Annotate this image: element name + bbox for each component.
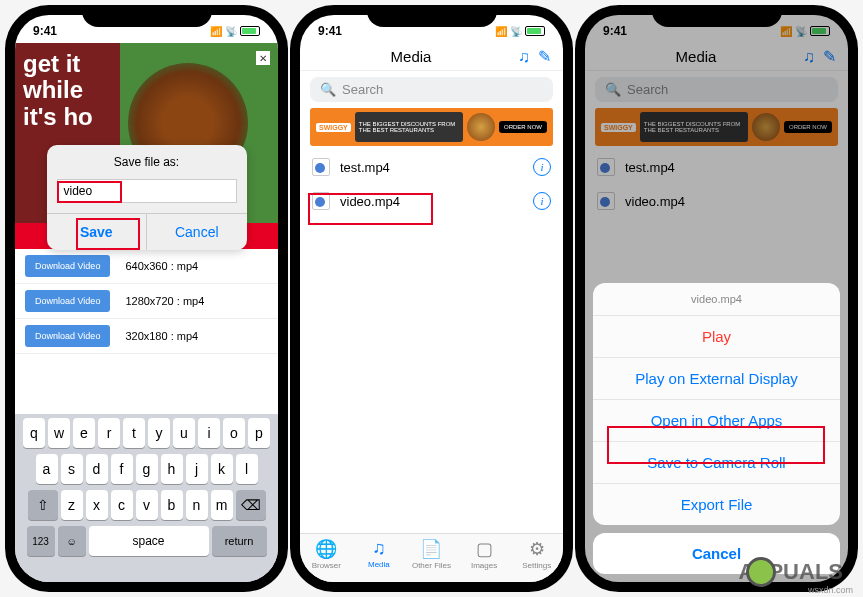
keyboard[interactable]: q w e r t y u i o p a s d f g h j k l [15, 414, 278, 582]
key-u[interactable]: u [173, 418, 195, 448]
status-time: 9:41 [318, 24, 342, 38]
tab-images[interactable]: ▢ Images [458, 538, 511, 570]
images-icon: ▢ [458, 538, 511, 560]
play-button[interactable]: Play [593, 316, 840, 358]
ad-banner-small[interactable]: SWIGGY THE BIGGEST DISCOUNTS FROM THE BE… [310, 108, 553, 146]
compose-icon[interactable]: ✎ [823, 47, 836, 66]
key-c[interactable]: c [111, 490, 133, 520]
key-a[interactable]: a [36, 454, 58, 484]
ad-text-line1: get it [23, 51, 270, 77]
now-playing-icon[interactable]: ♫ [803, 48, 815, 66]
key-g[interactable]: g [136, 454, 158, 484]
tab-media[interactable]: ♫ Media [353, 538, 406, 570]
key-t[interactable]: t [123, 418, 145, 448]
order-now-button[interactable]: ORDER NOW [784, 121, 832, 133]
info-icon[interactable]: i [533, 192, 551, 210]
key-d[interactable]: d [86, 454, 108, 484]
key-y[interactable]: y [148, 418, 170, 448]
download-video-button[interactable]: Download Video [25, 290, 110, 312]
key-v[interactable]: v [136, 490, 158, 520]
tab-bar: 🌐 Browser ♫ Media 📄 Other Files ▢ Images… [300, 533, 563, 582]
globe-icon: 🌐 [300, 538, 353, 560]
key-z[interactable]: z [61, 490, 83, 520]
key-f[interactable]: f [111, 454, 133, 484]
tab-other-files[interactable]: 📄 Other Files [405, 538, 458, 570]
key-123[interactable]: 123 [27, 526, 55, 556]
export-file-button[interactable]: Export File [593, 484, 840, 525]
highlight-filename [57, 181, 122, 203]
page-title: Media [312, 48, 510, 65]
key-o[interactable]: o [223, 418, 245, 448]
download-row: Download Video 640x360 : mp4 [15, 249, 278, 284]
highlight-video-file [308, 193, 433, 225]
key-j[interactable]: j [186, 454, 208, 484]
download-video-button[interactable]: Download Video [25, 325, 110, 347]
pizza-icon [467, 113, 495, 141]
phone-screenshot-2: 9:41 📶 📡 Media ♫ ✎ 🔍 Search SWIGGY THE B… [290, 5, 573, 592]
resolution-label: 640x360 : mp4 [125, 260, 198, 272]
pizza-icon [752, 113, 780, 141]
key-n[interactable]: n [186, 490, 208, 520]
search-icon: 🔍 [605, 82, 621, 97]
key-k[interactable]: k [211, 454, 233, 484]
key-p[interactable]: p [248, 418, 270, 448]
search-placeholder: Search [627, 82, 668, 97]
now-playing-icon[interactable]: ♫ [518, 48, 530, 66]
key-shift[interactable]: ⇧ [28, 490, 58, 520]
highlight-save [76, 218, 140, 250]
compose-icon[interactable]: ✎ [538, 47, 551, 66]
ad-banner-small[interactable]: SWIGGY THE BIGGEST DISCOUNTS FROM THE BE… [595, 108, 838, 146]
battery-icon [810, 26, 830, 36]
key-return[interactable]: return [212, 526, 267, 556]
cancel-button[interactable]: Cancel [147, 214, 247, 250]
key-emoji[interactable]: ☺ [58, 526, 86, 556]
sheet-title: video.mp4 [593, 283, 840, 316]
close-ad-icon[interactable]: ✕ [256, 51, 270, 65]
tab-settings[interactable]: ⚙ Settings [510, 538, 563, 570]
key-i[interactable]: i [198, 418, 220, 448]
key-h[interactable]: h [161, 454, 183, 484]
key-s[interactable]: s [61, 454, 83, 484]
signal-icon: 📶 [210, 26, 222, 37]
file-name: video.mp4 [625, 194, 685, 209]
file-list: test.mp4 video.mp4 [585, 150, 848, 218]
key-q[interactable]: q [23, 418, 45, 448]
phone-screenshot-1: 9:41 📶 📡 get it while it's ho ✕ GET ADDI… [5, 5, 288, 592]
key-m[interactable]: m [211, 490, 233, 520]
key-l[interactable]: l [236, 454, 258, 484]
signal-icon: 📶 [495, 26, 507, 37]
tab-browser[interactable]: 🌐 Browser [300, 538, 353, 570]
resolution-label: 320x180 : mp4 [125, 330, 198, 342]
search-input[interactable]: 🔍 Search [310, 77, 553, 102]
key-w[interactable]: w [48, 418, 70, 448]
ad-swiggy-label: SWIGGY [316, 123, 351, 132]
key-space[interactable]: space [89, 526, 209, 556]
search-input[interactable]: 🔍 Search [595, 77, 838, 102]
wifi-icon: 📡 [225, 26, 237, 37]
external-display-button[interactable]: Play on External Display [593, 358, 840, 400]
info-icon[interactable]: i [533, 158, 551, 176]
file-row-video[interactable]: video.mp4 [585, 184, 848, 218]
key-delete[interactable]: ⌫ [236, 490, 266, 520]
dialog-title: Save file as: [47, 145, 247, 179]
file-name: test.mp4 [340, 160, 390, 175]
ad-text: THE BIGGEST DISCOUNTS FROM THE BEST REST… [355, 112, 463, 142]
download-video-button[interactable]: Download Video [25, 255, 110, 277]
key-b[interactable]: b [161, 490, 183, 520]
download-row: Download Video 320x180 : mp4 [15, 319, 278, 354]
phone-screenshot-3: 9:41 📶 📡 Media ♫ ✎ 🔍 Search SWIGGY THE B… [575, 5, 858, 592]
download-row: Download Video 1280x720 : mp4 [15, 284, 278, 319]
folder-icon: 📄 [405, 538, 458, 560]
order-now-button[interactable]: ORDER NOW [499, 121, 547, 133]
file-row-test[interactable]: test.mp4 i [300, 150, 563, 184]
file-name: test.mp4 [625, 160, 675, 175]
battery-icon [525, 26, 545, 36]
key-e[interactable]: e [73, 418, 95, 448]
key-x[interactable]: x [86, 490, 108, 520]
file-row-test[interactable]: test.mp4 [585, 150, 848, 184]
status-time: 9:41 [33, 24, 57, 38]
search-icon: 🔍 [320, 82, 336, 97]
download-list: Download Video 640x360 : mp4 Download Vi… [15, 249, 278, 354]
source-label: wsxdn.com [808, 585, 853, 595]
key-r[interactable]: r [98, 418, 120, 448]
